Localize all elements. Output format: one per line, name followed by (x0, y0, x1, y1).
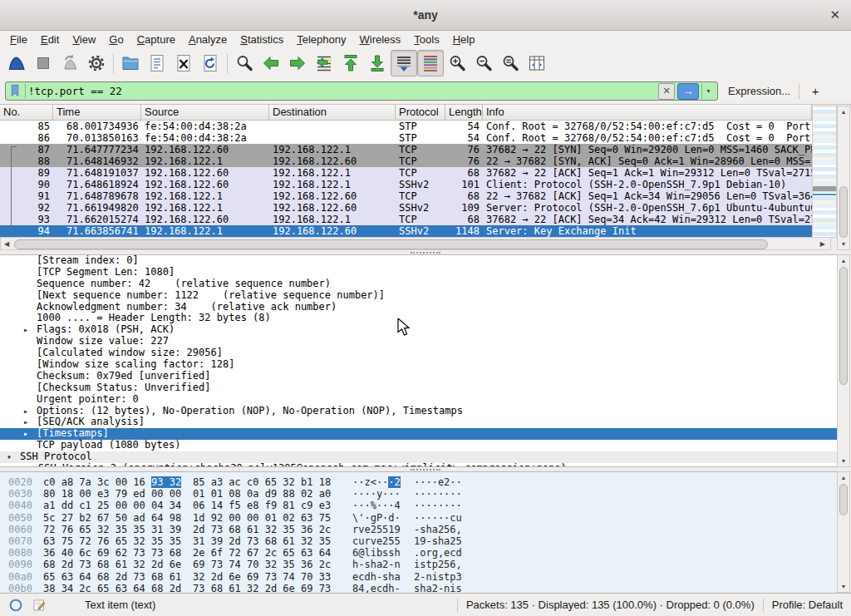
menu-analyze[interactable]: Analyze (182, 32, 234, 47)
scrollbar-thumb[interactable] (839, 267, 848, 385)
menu-help[interactable]: Help (446, 32, 482, 47)
scroll-down-icon[interactable]: ▼ (838, 458, 849, 464)
hex-row-0040[interactable]: 0040a1 dd c1 25 00 00 04 34···%···406 14… (0, 500, 837, 511)
hex-row-0030[interactable]: 003080 18 00 e3 79 ed 00 00····y···01 01… (0, 488, 837, 500)
hex-row-0080[interactable]: 008036 40 6c 69 62 73 73 686@libssh2e 6f… (0, 547, 837, 559)
menu-capture[interactable]: Capture (130, 32, 182, 47)
packet-row-92[interactable]: 9271.661949820192.168.122.1192.168.122.6… (0, 202, 812, 214)
packet-row-93[interactable]: 9371.662015274192.168.122.60192.168.122.… (0, 214, 812, 225)
detail-line[interactable]: Sequence number: 42 (relative sequence n… (0, 278, 837, 290)
detail-line[interactable]: Checksum: 0x79ed [unverified] (0, 371, 837, 382)
intelligent-scrollbar-minimap[interactable] (812, 106, 837, 238)
column-header-protocol[interactable]: Protocol (396, 105, 445, 120)
detail-line[interactable]: Urgent pointer: 0 (0, 394, 837, 406)
scroll-left-icon[interactable]: ◀ (4, 239, 9, 249)
expander-closed-icon[interactable]: ▸ (23, 406, 28, 417)
menu-wireless[interactable]: Wireless (353, 32, 408, 47)
detail-line[interactable]: [Calculated window size: 29056] (0, 347, 837, 359)
expander-closed-icon[interactable]: ▸ (23, 416, 28, 428)
hex-row-0060[interactable]: 006072 76 65 32 35 35 31 39rve255192d 73… (0, 524, 837, 535)
packet-row-90[interactable]: 9071.648618924192.168.122.60192.168.122.… (0, 179, 812, 190)
detail-line[interactable]: ▾SSH Protocol (0, 451, 837, 463)
bytes-vscrollbar[interactable]: ▲ ▼ (837, 471, 850, 593)
packet-row-89[interactable]: 8971.648191037192.168.122.60192.168.122.… (0, 167, 812, 179)
menu-statistics[interactable]: Statistics (234, 32, 290, 47)
menu-telephony[interactable]: Telephony (290, 32, 352, 47)
capture-comment-icon[interactable] (32, 598, 47, 613)
expander-open-icon[interactable]: ▾ (7, 451, 12, 463)
detail-line[interactable]: ▸[SEQ/ACK analysis] (0, 416, 837, 428)
menu-view[interactable]: View (66, 32, 102, 47)
detail-line[interactable]: [Window size scaling factor: 128] (0, 359, 837, 371)
hex-row-0070[interactable]: 007063 75 72 76 65 32 35 35curve25531 39… (0, 535, 837, 547)
go-to-packet-icon[interactable] (311, 50, 337, 76)
go-last-icon[interactable] (364, 50, 391, 76)
zoom-out-icon[interactable] (470, 50, 497, 76)
menu-file[interactable]: File (3, 32, 34, 47)
filter-bookmark-icon[interactable] (7, 83, 24, 100)
detail-line[interactable]: ▸Options: (12 bytes), No-Operation (NOP)… (0, 406, 837, 417)
detail-line[interactable]: ▸Flags: 0x018 (PSH, ACK) (0, 324, 837, 336)
column-header-destination[interactable]: Destination (269, 105, 396, 120)
detail-line[interactable]: 1000 .... = Header Length: 32 bytes (8) (0, 313, 837, 324)
go-back-icon[interactable] (258, 50, 284, 76)
packet-row-86[interactable]: 8670.013850163fe:54:00:d4:38:2aSTP54Conf… (0, 132, 812, 144)
hex-row-00a0[interactable]: 00a065 63 64 68 2d 73 68 61ecdh-sha32 2d… (0, 571, 837, 583)
expander-closed-icon[interactable]: ▸ (23, 324, 28, 336)
auto-scroll-icon[interactable] (391, 50, 417, 76)
detail-line[interactable]: Window size value: 227 (0, 336, 837, 347)
packet-row-85[interactable]: 8568.001734936fe:54:00:d4:38:2aSTP54Conf… (0, 121, 812, 132)
detail-line[interactable]: Acknowledgment number: 34 (relative ack … (0, 302, 837, 313)
scroll-down-icon[interactable]: ▼ (838, 241, 849, 247)
zoom-in-icon[interactable] (444, 50, 470, 76)
reload-file-icon[interactable] (197, 50, 224, 76)
packet-list-hscrollbar[interactable]: ◀ ▶ (0, 237, 831, 250)
filter-value[interactable]: !tcp.port == 22 (28, 85, 658, 97)
scroll-right-icon[interactable]: ▶ (820, 239, 825, 249)
detail-line[interactable]: [Stream index: 0] (0, 255, 837, 267)
hex-row-0020[interactable]: 0020c0 a8 7a 3c 00 16 93 32··z<···285 a3… (0, 476, 837, 488)
hex-row-0090[interactable]: 009068 2d 73 68 61 32 2d 6eh-sha2-n69 73… (0, 559, 837, 570)
menu-edit[interactable]: Edit (34, 32, 66, 47)
profile-button[interactable]: Profile: Default (772, 599, 843, 611)
expert-info-icon[interactable] (8, 598, 23, 613)
scroll-up-icon[interactable]: ▲ (838, 475, 849, 480)
detail-line[interactable]: [Checksum Status: Unverified] (0, 382, 837, 394)
details-vscrollbar[interactable]: ▲ ▼ (837, 254, 850, 467)
filter-clear-icon[interactable]: ✕ (658, 83, 675, 100)
scroll-up-icon[interactable]: ▲ (838, 109, 849, 115)
detail-line[interactable]: [TCP Segment Len: 1080] (0, 267, 837, 278)
filter-history-caret-icon[interactable]: ▾ (701, 84, 715, 99)
packet-row-87[interactable]: 8771.647777234192.168.122.60192.168.122.… (0, 144, 812, 155)
packet-row-91[interactable]: 9171.648789678192.168.122.1192.168.122.6… (0, 190, 812, 202)
detail-line[interactable]: [Next sequence number: 1122 (relative se… (0, 290, 837, 302)
packet-row-88[interactable]: 8871.648146932192.168.122.1192.168.122.6… (0, 155, 812, 167)
detail-line[interactable]: ▸[Timestamps] (0, 428, 837, 440)
scrollbar-thumb[interactable] (14, 239, 768, 249)
column-header-length[interactable]: Length (445, 105, 483, 120)
scroll-up-icon[interactable]: ▲ (838, 258, 849, 264)
colorize-icon[interactable] (417, 50, 444, 76)
stop-capture-icon[interactable] (30, 50, 57, 76)
resize-columns-icon[interactable] (524, 50, 550, 76)
scrollbar-thumb[interactable] (839, 186, 848, 238)
open-file-icon[interactable] (117, 50, 144, 76)
close-file-icon[interactable] (170, 50, 197, 76)
close-window-icon[interactable]: ✕ (829, 7, 840, 23)
start-capture-icon[interactable] (3, 50, 30, 76)
hex-row-0050[interactable]: 00505c 27 b2 67 50 ad 64 98\'·gP·d·1d 92… (0, 512, 837, 524)
hex-row-00b0[interactable]: 00b038 34 2c 65 63 64 68 2d84,ecdh-73 68… (0, 583, 837, 593)
expander-closed-icon[interactable]: ▸ (23, 428, 28, 440)
column-header-time[interactable]: Time (53, 105, 141, 120)
find-packet-icon[interactable] (231, 50, 258, 76)
expression-button[interactable]: Expression... (728, 85, 790, 97)
capture-options-icon[interactable] (83, 50, 110, 76)
go-forward-icon[interactable] (284, 50, 311, 76)
detail-line[interactable]: TCP payload (1080 bytes) (0, 440, 837, 451)
filter-apply-icon[interactable]: → (677, 83, 699, 100)
display-filter-input[interactable]: !tcp.port == 22 ✕ → ▾ (5, 81, 718, 101)
scrollbar-thumb[interactable] (839, 484, 848, 515)
add-filter-button[interactable]: + (808, 84, 823, 98)
restart-capture-icon[interactable] (57, 50, 83, 76)
packet-row-94[interactable]: 9471.663856741192.168.122.1192.168.122.6… (0, 225, 812, 237)
